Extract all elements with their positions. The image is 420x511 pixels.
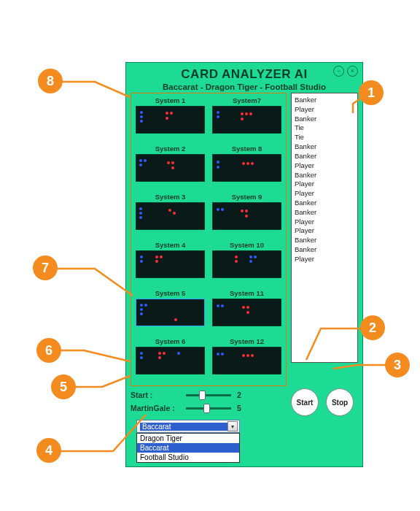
app-subtitle: Baccarat - Dragon Tiger - Football Studi… (132, 82, 357, 91)
system-label: System 3 (136, 193, 205, 201)
history-item: Player (295, 218, 354, 227)
system-label: System 10 (212, 241, 281, 249)
system-label: System 9 (212, 193, 281, 201)
system-label: System 12 (212, 337, 281, 345)
start-slider-value: 2 (237, 391, 249, 399)
history-item: Player (295, 180, 354, 189)
martingale-slider-value: 5 (237, 404, 249, 412)
system-label: System 11 (212, 289, 281, 297)
system-label: System 1 (136, 96, 205, 104)
martingale-slider[interactable] (186, 407, 231, 410)
history-item: Banker (295, 171, 354, 180)
system-cell: System 10 (212, 241, 281, 286)
history-item: Banker (295, 96, 354, 105)
system-canvas[interactable] (136, 299, 205, 326)
start-slider[interactable] (186, 394, 231, 396)
system-label: System 8 (212, 145, 281, 153)
system-label: System 6 (136, 337, 205, 345)
system-cell: System 8 (212, 145, 281, 190)
system-cell: System 3 (136, 193, 205, 238)
callout-badge-5: 5 (51, 374, 76, 399)
system-cell: System 4 (136, 241, 205, 286)
history-item: Banker (295, 152, 354, 161)
system-cell: System 5 (136, 289, 205, 334)
system-canvas[interactable] (212, 202, 281, 230)
system-cell: System7 (212, 96, 281, 142)
history-item: Player (295, 105, 354, 115)
dropdown-selected-text: Baccarat (140, 423, 228, 431)
system-label: System 2 (136, 145, 205, 153)
chevron-down-icon[interactable]: ▾ (228, 421, 238, 431)
dropdown-selected[interactable]: Baccarat ▾ (136, 420, 240, 433)
history-item: Player (295, 161, 354, 171)
history-item: Banker (295, 208, 354, 218)
callout-badge-8: 8 (38, 69, 63, 93)
system-canvas[interactable] (136, 154, 205, 182)
history-item: Tie (295, 133, 354, 142)
system-label: System7 (212, 96, 281, 104)
history-item: Player (295, 255, 354, 264)
history-item: Banker (295, 199, 354, 208)
callout-badge-3: 3 (385, 353, 410, 377)
system-canvas[interactable] (212, 106, 281, 134)
systems-grid: System 1 System7 System 2 (131, 93, 287, 386)
controls-panel: Start : 2 MartinGale : 5 Start Stop (131, 391, 359, 417)
history-item: Banker (295, 142, 354, 152)
martingale-slider-thumb[interactable] (203, 404, 210, 413)
start-slider-label: Start : (131, 391, 180, 399)
system-label: System 5 (136, 289, 205, 297)
dropdown-option[interactable]: Dragon Tiger (137, 434, 239, 443)
system-canvas[interactable] (136, 106, 205, 134)
dropdown-list[interactable]: Dragon Tiger Baccarat Football Studio (136, 433, 240, 463)
stop-button[interactable]: Stop (326, 388, 354, 416)
system-cell: System 2 (136, 145, 205, 190)
system-label: System 4 (136, 241, 205, 249)
callout-badge-1: 1 (359, 80, 384, 105)
minimize-button[interactable]: − (333, 66, 344, 77)
app-title: CARD ANALYZER AI (132, 67, 357, 82)
system-canvas[interactable] (212, 347, 281, 374)
history-item: Banker (295, 236, 354, 245)
system-cell: System 11 (212, 289, 281, 334)
system-canvas[interactable] (136, 202, 205, 230)
system-cell: System 6 (136, 337, 205, 383)
system-canvas[interactable] (212, 299, 281, 326)
history-item: Tie (295, 123, 354, 133)
martingale-slider-label: MartinGale : (131, 404, 180, 412)
system-canvas[interactable] (136, 347, 205, 374)
close-button[interactable]: × (347, 66, 358, 77)
history-item: Player (295, 226, 354, 236)
system-cell: System 1 (136, 96, 205, 142)
app-window: CARD ANALYZER AI Baccarat - Dragon Tiger… (125, 62, 363, 467)
history-item: Banker (295, 245, 354, 255)
history-item: Banker (295, 115, 354, 124)
start-slider-thumb[interactable] (199, 391, 206, 400)
system-cell: System 9 (212, 193, 281, 238)
system-cell: System 12 (212, 337, 281, 383)
start-button[interactable]: Start (291, 388, 319, 416)
system-canvas[interactable] (212, 154, 281, 182)
system-canvas[interactable] (136, 250, 205, 278)
game-dropdown[interactable]: Baccarat ▾ Dragon Tiger Baccarat Footbal… (136, 420, 240, 463)
callout-badge-7: 7 (33, 256, 58, 280)
titlebar: CARD ANALYZER AI Baccarat - Dragon Tiger… (126, 63, 362, 93)
dropdown-option[interactable]: Football Studio (137, 453, 239, 462)
callout-badge-4: 4 (36, 438, 61, 463)
system-canvas[interactable] (212, 250, 281, 278)
callout-badge-6: 6 (36, 338, 61, 363)
dropdown-option[interactable]: Baccarat (137, 443, 239, 453)
history-item: Player (295, 189, 354, 199)
history-list[interactable]: Banker Player Banker Tie Tie Banker Bank… (291, 93, 358, 363)
callout-badge-2: 2 (360, 315, 385, 340)
